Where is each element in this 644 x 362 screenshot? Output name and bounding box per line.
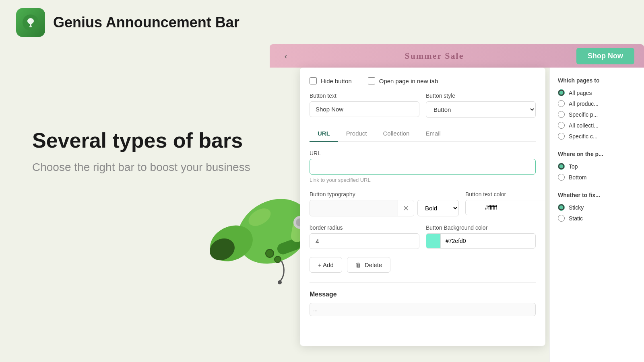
- text-color-picker-row: [465, 200, 545, 215]
- url-input[interactable]: [310, 159, 536, 175]
- url-section: URL Link to your specified URL: [310, 150, 536, 183]
- border-radius-group: border radius: [310, 224, 419, 249]
- button-text-color-group: Button text color: [465, 191, 545, 215]
- pages-section-title: Which pages to: [558, 77, 636, 84]
- message-section: Message ...: [310, 282, 536, 316]
- preview-announcement-text: Summer Sale: [292, 51, 576, 61]
- button-bgcolor-group: Button Background color: [426, 224, 536, 249]
- button-font-input[interactable]: [310, 200, 398, 216]
- svg-point-10: [266, 249, 274, 257]
- button-bgcolor-label: Button Background color: [426, 224, 536, 231]
- message-label: Message: [310, 291, 536, 298]
- radius-bgcolor-row: border radius Button Background color: [310, 224, 536, 249]
- button-text-group: Button text: [310, 93, 419, 118]
- font-clear-button[interactable]: ✕: [398, 200, 414, 216]
- button-text-label: Button text: [310, 93, 419, 99]
- fix-section-title: Whether to fix...: [558, 192, 636, 198]
- button-text-color-label: Button text color: [465, 191, 545, 197]
- button-typography-label: Button typography: [310, 191, 459, 197]
- preview-back-button[interactable]: ‹: [279, 49, 292, 62]
- bgcolor-hex-input[interactable]: [441, 234, 535, 247]
- radio-all-pages[interactable]: All pages: [558, 89, 636, 96]
- radio-specific-c[interactable]: Specific c...: [558, 133, 636, 140]
- radio-bottom-input[interactable]: [558, 174, 565, 181]
- tab-email[interactable]: Email: [417, 126, 449, 142]
- radio-all-products-input[interactable]: [558, 100, 565, 107]
- url-hint: Link to your specified URL: [310, 177, 536, 183]
- border-radius-input[interactable]: [310, 233, 419, 249]
- button-text-style-row: Button text Button style Button Link Out…: [310, 93, 536, 118]
- button-typography-group: Button typography ✕ Bold Regular Light: [310, 191, 459, 216]
- radio-sticky[interactable]: Sticky: [558, 204, 636, 211]
- fix-radio-group: Sticky Static: [558, 204, 636, 222]
- delete-button[interactable]: 🗑 Delete: [347, 257, 390, 273]
- radio-all-products[interactable]: All produc...: [558, 100, 636, 107]
- tab-collection[interactable]: Collection: [375, 126, 418, 142]
- radio-static[interactable]: Static: [558, 215, 636, 222]
- action-row: + Add 🗑 Delete: [310, 257, 536, 273]
- preview-shop-button[interactable]: Shop Now: [576, 48, 634, 64]
- radio-top[interactable]: Top: [558, 163, 636, 170]
- radio-all-pages-input[interactable]: [558, 89, 565, 96]
- open-new-tab-check[interactable]: Open page in new tab: [368, 77, 438, 84]
- svg-point-11: [275, 256, 281, 263]
- add-button[interactable]: + Add: [310, 257, 342, 273]
- text-color-hex-input[interactable]: [480, 201, 545, 214]
- app-title: Genius Announcement Bar: [53, 14, 239, 31]
- preview-bar: ‹ Summer Sale Shop Now: [270, 44, 644, 68]
- button-style-label: Button style: [426, 93, 536, 99]
- toolbar-placeholder: ...: [313, 306, 318, 313]
- border-radius-label: border radius: [310, 224, 419, 231]
- radio-specific-p[interactable]: Specific p...: [558, 111, 636, 118]
- open-new-tab-checkbox[interactable]: [368, 77, 375, 84]
- radio-bottom[interactable]: Bottom: [558, 174, 636, 181]
- tab-url[interactable]: URL: [310, 126, 338, 142]
- bgcolor-swatch[interactable]: [426, 234, 441, 248]
- app-logo: [16, 8, 45, 37]
- svg-point-12: [278, 280, 282, 284]
- link-tabs: URL Product Collection Email: [310, 126, 536, 142]
- right-panel: Which pages to All pages All produc... S…: [549, 68, 644, 362]
- font-weight-select[interactable]: Bold Regular Light: [417, 200, 459, 216]
- hero-headline: Several types of bars: [32, 129, 250, 153]
- pages-radio-group: All pages All produc... Specific p... Al…: [558, 89, 636, 140]
- message-toolbar: ...: [310, 303, 536, 316]
- hide-button-checkbox[interactable]: [310, 77, 317, 84]
- url-label: URL: [310, 150, 536, 156]
- radio-specific-c-input[interactable]: [558, 133, 565, 140]
- radio-all-collections[interactable]: All collecti...: [558, 122, 636, 129]
- hide-button-check[interactable]: Hide button: [310, 77, 352, 84]
- tab-product[interactable]: Product: [338, 126, 375, 142]
- radio-sticky-input[interactable]: [558, 204, 565, 211]
- position-radio-group: Top Bottom: [558, 163, 636, 181]
- app-header: Genius Announcement Bar: [0, 0, 644, 45]
- radio-top-input[interactable]: [558, 163, 565, 170]
- position-section-title: Where on the p...: [558, 151, 636, 157]
- radio-static-input[interactable]: [558, 215, 565, 222]
- svg-rect-1: [29, 26, 32, 27]
- bgcolor-picker-row: [426, 233, 536, 249]
- radio-all-collections-input[interactable]: [558, 122, 565, 129]
- typography-color-row: Button typography ✕ Bold Regular Light B…: [310, 191, 536, 216]
- button-style-group: Button style Button Link Outline: [426, 93, 536, 118]
- text-color-swatch[interactable]: [466, 200, 480, 215]
- settings-panel: Hide button Open page in new tab Button …: [300, 68, 545, 346]
- button-style-select[interactable]: Button Link Outline: [426, 101, 536, 118]
- checkbox-row: Hide button Open page in new tab: [310, 77, 536, 84]
- radio-specific-p-input[interactable]: [558, 111, 565, 118]
- button-text-input[interactable]: [310, 101, 419, 117]
